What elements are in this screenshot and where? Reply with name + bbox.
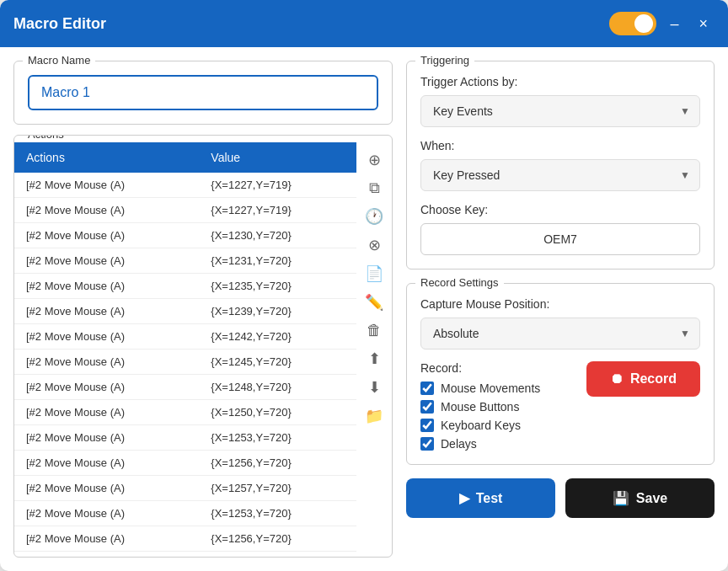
value-cell: {X=1227,Y=719} xyxy=(199,198,356,223)
choose-key-input[interactable] xyxy=(420,223,700,255)
col-header-value: Value xyxy=(199,142,356,173)
table-row[interactable]: [#2 Move Mouse (A){X=1250,Y=720} xyxy=(14,400,356,425)
save-button[interactable]: 💾 Save xyxy=(565,478,715,518)
actions-inner: Actions Value [#2 Move Mouse (A){X=1227,… xyxy=(14,142,392,557)
value-cell: {X=1256,Y=720} xyxy=(199,451,356,476)
table-row[interactable]: [#2 Move Mouse (A){X=1227,Y=719} xyxy=(14,198,356,223)
macro-name-section: Macro Name xyxy=(13,61,393,125)
checkbox-mouse-movements[interactable]: Mouse Movements xyxy=(420,382,540,395)
value-cell: {X=1256,Y=720} xyxy=(199,526,356,552)
table-row[interactable]: [#2 Move Mouse (A){X=1253,Y=720} xyxy=(14,501,356,526)
left-panel: Macro Name Actions Actions Value xyxy=(13,61,393,558)
table-row[interactable]: [#2 Move Mouse (A){X=1257,Y=720} xyxy=(14,552,356,558)
table-row[interactable]: [#2 Move Mouse (A){X=1245,Y=720} xyxy=(14,350,356,375)
checkbox-keyboard-keys[interactable]: Keyboard Keys xyxy=(420,419,540,432)
record-icon: ⏺ xyxy=(610,371,624,387)
choose-key-label: Choose Key: xyxy=(420,203,700,216)
checkbox-keyboard-keys-input[interactable] xyxy=(420,419,434,432)
checkbox-delays-input[interactable] xyxy=(420,437,434,451)
record-label-text: Record xyxy=(630,371,677,387)
capture-select-wrapper: Absolute Relative ▼ xyxy=(420,318,700,350)
table-row[interactable]: [#2 Move Mouse (A){X=1242,Y=720} xyxy=(14,324,356,350)
minimize-button[interactable]: – xyxy=(663,13,685,35)
checkbox-mouse-movements-label: Mouse Movements xyxy=(441,382,540,395)
table-row[interactable]: [#2 Move Mouse (A){X=1248,Y=720} xyxy=(14,375,356,400)
macro-name-input[interactable] xyxy=(28,75,378,110)
action-cell: [#2 Move Mouse (A) xyxy=(14,173,199,198)
actions-table: Actions Value [#2 Move Mouse (A){X=1227,… xyxy=(14,142,356,557)
value-cell: {X=1257,Y=720} xyxy=(199,552,356,558)
value-cell: {X=1242,Y=720} xyxy=(199,324,356,350)
clock-button[interactable]: 🕐 xyxy=(361,204,387,229)
move-up-button[interactable]: ⬆ xyxy=(365,346,384,371)
remove-button[interactable]: ⊗ xyxy=(365,232,384,258)
add-action-button[interactable]: ⊕ xyxy=(365,147,384,173)
value-cell: {X=1239,Y=720} xyxy=(199,299,356,324)
edit-button[interactable]: ✏️ xyxy=(361,290,387,315)
action-cell: [#2 Move Mouse (A) xyxy=(14,299,199,324)
action-cell: [#2 Move Mouse (A) xyxy=(14,400,199,425)
test-button[interactable]: ▶ Test xyxy=(406,478,555,518)
checkbox-delays[interactable]: Delays xyxy=(420,437,540,451)
table-row[interactable]: [#2 Move Mouse (A){X=1227,Y=719} xyxy=(14,173,356,198)
folder-add-button[interactable]: 📁 xyxy=(361,403,387,429)
when-label: When: xyxy=(420,139,700,152)
checkbox-mouse-buttons[interactable]: Mouse Buttons xyxy=(420,400,540,414)
capture-mouse-label: Capture Mouse Position: xyxy=(420,297,700,311)
titlebar-controls: – × xyxy=(609,12,715,35)
table-row[interactable]: [#2 Move Mouse (A){X=1253,Y=720} xyxy=(14,425,356,451)
action-cell: [#2 Move Mouse (A) xyxy=(14,274,199,299)
window-title: Macro Editor xyxy=(13,15,106,33)
action-cell: [#2 Move Mouse (A) xyxy=(14,223,199,248)
action-cell: [#2 Move Mouse (A) xyxy=(14,526,199,552)
trigger-actions-by-group: Trigger Actions by: Key Events Mouse Eve… xyxy=(420,75,700,127)
close-button[interactable]: × xyxy=(692,13,715,35)
copy-action-button[interactable]: ⧉ xyxy=(366,176,383,200)
actions-tbody: [#2 Move Mouse (A){X=1227,Y=719}[#2 Move… xyxy=(14,173,356,557)
value-cell: {X=1235,Y=720} xyxy=(199,274,356,299)
table-row[interactable]: [#2 Move Mouse (A){X=1230,Y=720} xyxy=(14,223,356,248)
actions-table-wrap[interactable]: Actions Value [#2 Move Mouse (A){X=1227,… xyxy=(14,142,356,557)
action-cell: [#2 Move Mouse (A) xyxy=(14,350,199,375)
trigger-actions-by-label: Trigger Actions by: xyxy=(420,75,700,88)
trigger-select-wrapper: Key Events Mouse Events Window Events ▼ xyxy=(420,95,700,127)
record-settings-section: Record Settings Capture Mouse Position: … xyxy=(406,283,715,465)
choose-key-group: Choose Key: xyxy=(420,203,700,255)
record-row: Record: Mouse Movements Mouse Buttons xyxy=(420,361,700,451)
test-icon: ▶ xyxy=(459,490,469,506)
capture-select[interactable]: Absolute Relative xyxy=(420,318,700,350)
value-cell: {X=1250,Y=720} xyxy=(199,400,356,425)
action-cell: [#2 Move Mouse (A) xyxy=(14,375,199,400)
value-cell: {X=1253,Y=720} xyxy=(199,425,356,451)
checkbox-mouse-buttons-input[interactable] xyxy=(420,400,434,414)
right-panel: Triggering Trigger Actions by: Key Event… xyxy=(406,61,715,558)
actions-section: Actions Actions Value [#2 Move Mouse ( xyxy=(13,135,393,558)
action-cell: [#2 Move Mouse (A) xyxy=(14,501,199,526)
move-down-button[interactable]: ⬇ xyxy=(365,375,384,400)
table-header-row: Actions Value xyxy=(14,142,356,173)
table-row[interactable]: [#2 Move Mouse (A){X=1231,Y=720} xyxy=(14,248,356,274)
test-label: Test xyxy=(476,491,503,506)
delete-button[interactable]: 🗑 xyxy=(363,318,385,343)
action-cell: [#2 Move Mouse (A) xyxy=(14,476,199,501)
when-select[interactable]: Key Pressed Key Released Key Held xyxy=(420,159,700,191)
table-row[interactable]: [#2 Move Mouse (A){X=1239,Y=720} xyxy=(14,299,356,324)
checkbox-mouse-movements-input[interactable] xyxy=(420,382,434,395)
main-window: Macro Editor – × Macro Name Actions xyxy=(0,0,728,571)
table-row[interactable]: [#2 Move Mouse (A){X=1257,Y=720} xyxy=(14,476,356,501)
table-row[interactable]: [#2 Move Mouse (A){X=1256,Y=720} xyxy=(14,451,356,476)
checkboxes-area: Record: Mouse Movements Mouse Buttons xyxy=(420,361,540,451)
toggle-switch[interactable] xyxy=(609,12,656,35)
side-buttons: ⊕ ⧉ 🕐 ⊗ 📄 ✏️ 🗑 ⬆ ⬇ 📁 xyxy=(356,142,392,557)
save-icon: 💾 xyxy=(613,490,629,506)
action-cell: [#2 Move Mouse (A) xyxy=(14,425,199,451)
record-button[interactable]: ⏺ Record xyxy=(586,361,700,397)
trigger-select[interactable]: Key Events Mouse Events Window Events xyxy=(420,95,700,127)
col-header-actions: Actions xyxy=(14,142,199,173)
action-cell: [#2 Move Mouse (A) xyxy=(14,198,199,223)
macro-name-label: Macro Name xyxy=(23,54,95,67)
value-cell: {X=1227,Y=719} xyxy=(199,173,356,198)
table-row[interactable]: [#2 Move Mouse (A){X=1256,Y=720} xyxy=(14,526,356,552)
file-button[interactable]: 📄 xyxy=(361,261,387,286)
table-row[interactable]: [#2 Move Mouse (A){X=1235,Y=720} xyxy=(14,274,356,299)
